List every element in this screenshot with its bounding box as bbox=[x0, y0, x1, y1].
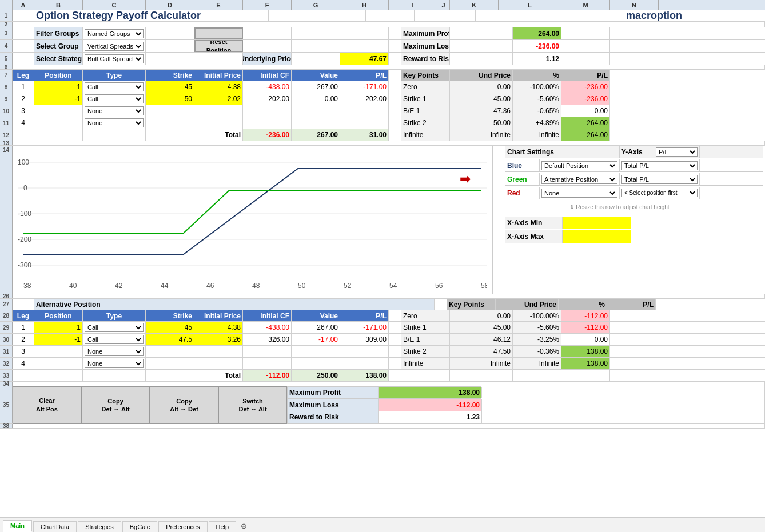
r1-j bbox=[463, 10, 476, 21]
col-b: B bbox=[34, 0, 83, 10]
row-2: 2 bbox=[0, 22, 765, 27]
clear-alt-btn[interactable]: Clear Alt Pos bbox=[13, 386, 81, 424]
green-pos-select[interactable]: Alternative Position bbox=[541, 175, 617, 184]
tab-bgcalc[interactable]: BgCalc bbox=[122, 521, 157, 532]
row-alt-leg-headers: 28 Leg Position Type Strike Initial Pric… bbox=[0, 310, 765, 322]
select-strategy-label: Select Strategy bbox=[34, 53, 83, 65]
svg-text:56: 56 bbox=[435, 282, 443, 289]
blue-pos-select[interactable]: Default Position bbox=[541, 161, 617, 170]
pct-header: % bbox=[513, 70, 561, 81]
max-profit-value: 264.00 bbox=[513, 27, 561, 39]
select-group-select[interactable]: Vertical Spreads bbox=[85, 42, 144, 51]
col-i: I bbox=[389, 0, 437, 10]
x-axis-max-input[interactable] bbox=[563, 230, 631, 243]
alt-leg1-position[interactable]: 1 bbox=[34, 322, 83, 333]
x-axis-min-input[interactable] bbox=[563, 217, 631, 229]
kp2-label: Strike 1 bbox=[401, 93, 450, 105]
green-line bbox=[23, 190, 481, 233]
leg4-type-select[interactable]: None bbox=[85, 118, 144, 127]
leg1-cf: -438.00 bbox=[243, 81, 292, 93]
copy-def-alt-btn[interactable]: Copy Def → Alt bbox=[81, 386, 150, 424]
leg3-initial-price bbox=[194, 105, 243, 117]
leg1-type-select[interactable]: Call bbox=[85, 82, 144, 91]
leg2-position[interactable]: -1 bbox=[34, 93, 83, 105]
alt-leg2-type-select[interactable]: Call bbox=[85, 335, 144, 344]
alt-leg1-strike[interactable]: 45 bbox=[146, 322, 194, 333]
leg3-position[interactable] bbox=[34, 105, 83, 117]
max-loss-value: -236.00 bbox=[513, 40, 561, 52]
row-6: 6 bbox=[0, 65, 765, 70]
svg-text:42: 42 bbox=[115, 282, 123, 289]
alt-leg2-price[interactable]: 3.26 bbox=[194, 334, 243, 345]
col-f: F bbox=[243, 0, 292, 10]
leg-row-3: 10 3 None B/E 1 47.36 -0.65% 0.00 bbox=[0, 105, 765, 117]
alt-leg-row-1: 29 1 1 Call 45 4.38 -438.00 267.00 -171.… bbox=[0, 322, 765, 334]
alt-leg4-type-select[interactable]: None bbox=[85, 359, 144, 368]
initial-cf-col-header: Initial CF bbox=[243, 70, 292, 81]
svg-text:50: 50 bbox=[298, 282, 306, 289]
svg-text:46: 46 bbox=[206, 282, 214, 289]
reward-risk-label: Reward to Risk bbox=[401, 53, 450, 65]
y-axis-label: Y-Axis bbox=[620, 146, 654, 158]
alt-leg2-position[interactable]: -1 bbox=[34, 334, 83, 345]
copy-alt-def-btn[interactable]: Copy Alt → Def bbox=[150, 386, 218, 424]
switch-def-alt-btn[interactable]: Switch Def ↔ Alt bbox=[218, 386, 287, 424]
alt-leg1-type-select[interactable]: Call bbox=[85, 323, 144, 332]
reset-position-btn[interactable] bbox=[194, 27, 243, 39]
blue-line bbox=[23, 169, 481, 254]
tab-preferences[interactable]: Preferences bbox=[158, 521, 207, 532]
leg4-position[interactable] bbox=[34, 117, 83, 129]
col-m: M bbox=[561, 0, 610, 10]
red-pos-select[interactable]: None bbox=[541, 189, 617, 198]
leg1-position[interactable]: 1 bbox=[34, 81, 83, 93]
filter-groups-select[interactable]: Named Groups bbox=[85, 29, 144, 38]
key-points-header: Key Points bbox=[401, 70, 450, 81]
total-cf: -236.00 bbox=[243, 129, 292, 141]
alt-max-loss: -112.00 bbox=[379, 399, 482, 410]
col-d: D bbox=[146, 0, 194, 10]
reward-risk-value: 1.12 bbox=[513, 53, 561, 65]
leg3-strike bbox=[146, 105, 194, 117]
kp3-label: B/E 1 bbox=[401, 105, 450, 117]
row-13: 13 bbox=[0, 141, 765, 146]
app-title: Option Strategy Payoff Calculator bbox=[34, 10, 269, 21]
reset-position-button[interactable]: ResetPosition bbox=[194, 40, 243, 52]
blue-y-select[interactable]: Total P/L bbox=[621, 161, 698, 170]
leg2-strike[interactable]: 50 bbox=[146, 93, 194, 105]
max-loss-label: Maximum Loss bbox=[401, 40, 450, 52]
leg1-initial-price[interactable]: 4.38 bbox=[194, 81, 243, 93]
leg2-num: 2 bbox=[13, 93, 34, 105]
y-axis-select[interactable]: P/L bbox=[656, 147, 698, 157]
tab-main[interactable]: Main bbox=[3, 520, 32, 532]
alt-total-value: 250.00 bbox=[292, 370, 340, 381]
resize-hint: ⇕ Resize this row to adjust chart height bbox=[505, 201, 734, 213]
tabs-bar: Main ChartData Strategies BgCalc Prefere… bbox=[0, 517, 765, 532]
tab-chartdata[interactable]: ChartData bbox=[33, 521, 77, 532]
alt-leg1-price[interactable]: 4.38 bbox=[194, 322, 243, 333]
green-y-select[interactable]: Total P/L bbox=[621, 175, 698, 184]
svg-text:0: 0 bbox=[23, 184, 27, 192]
svg-text:100: 100 bbox=[18, 158, 29, 166]
row-7-headers: 7 Leg Position Type Strike Initial Price… bbox=[0, 70, 765, 81]
leg1-strike[interactable]: 45 bbox=[146, 81, 194, 93]
leg2-cf: 202.00 bbox=[243, 93, 292, 105]
add-sheet-button[interactable]: ⊕ bbox=[237, 520, 250, 532]
x-axis-max-label: X-Axis Max bbox=[505, 230, 563, 243]
select-strategy-select[interactable]: Bull Call Spread bbox=[85, 54, 144, 63]
kp1-label: Zero bbox=[401, 81, 450, 93]
red-y-select[interactable]: < Select position first bbox=[621, 189, 698, 197]
leg2-type-select[interactable]: Call bbox=[85, 94, 144, 103]
alt-leg2-strike[interactable]: 47.5 ↑ bbox=[146, 334, 194, 345]
tab-help[interactable]: Help bbox=[209, 521, 237, 532]
leg2-initial-price[interactable]: 2.02 bbox=[194, 93, 243, 105]
total-label: Total bbox=[194, 129, 243, 141]
kp2-pl: -236.00 bbox=[561, 93, 610, 105]
alt-leg3-type-select[interactable]: None bbox=[85, 347, 144, 356]
leg3-type-select[interactable]: None bbox=[85, 106, 144, 115]
kp1-pct: -100.00% bbox=[513, 81, 561, 93]
tab-strategies[interactable]: Strategies bbox=[78, 521, 121, 532]
underlying-price-value[interactable]: 47.67 bbox=[340, 53, 389, 65]
type-col-header: Type bbox=[83, 70, 146, 81]
red-label: Red bbox=[505, 187, 540, 199]
chart-row: 14 38 40 42 44 46 48 50 bbox=[0, 146, 765, 294]
